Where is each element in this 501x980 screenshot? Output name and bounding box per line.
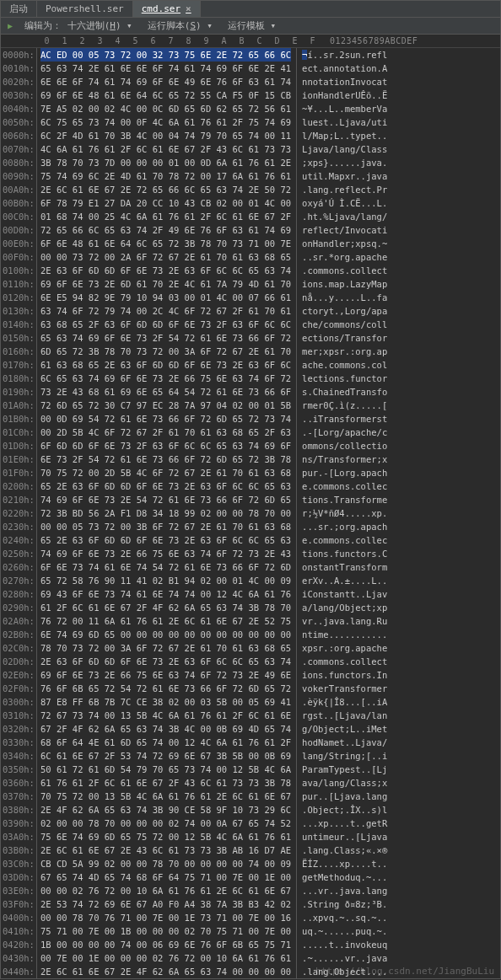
ascii-row[interactable]: a/lang/Object;xp: [302, 601, 387, 614]
ascii-row[interactable]: ~¥...L..memberVa: [302, 102, 387, 115]
hex-row[interactable]: 00 00 05 73 72 00 3B 6F 72 67 2E 61 70 6…: [40, 520, 291, 533]
hex-row[interactable]: 2E 6C 61 6E 67 2E 43 6C 61 73 73 3B AB 1…: [40, 843, 291, 857]
ascii-row[interactable]: ..sr.*org.apache: [302, 250, 387, 264]
ascii-row[interactable]: lections.functor: [302, 372, 387, 385]
hex-row[interactable]: 50 61 72 61 6D 54 79 70 65 73 74 00 12 5…: [40, 763, 291, 776]
ascii-row[interactable]: ;xps}......java.: [302, 156, 387, 169]
ascii-row[interactable]: untimeur..[Ljava: [302, 830, 387, 843]
hex-row[interactable]: 2E 63 6F 6D 6D 6F 6E 73 2E 63 6F 6C 6C 6…: [40, 264, 291, 277]
hex-row[interactable]: 65 2E 63 6F 6D 6D 6F 6E 73 2E 63 6F 6C 6…: [40, 533, 291, 547]
hex-row[interactable]: CB CD 5A 99 02 00 00 78 70 00 00 00 00 7…: [40, 857, 291, 870]
ascii-row[interactable]: iConstantt..Ljav: [302, 587, 387, 601]
hex-row[interactable]: 1B 00 00 00 00 74 00 06 69 6E 76 6F 6B 6…: [40, 938, 291, 951]
hex-row[interactable]: 6E 74 69 6D 65 00 00 00 00 00 00 00 00 0…: [40, 628, 291, 641]
hex-view[interactable]: 0000h:0010h:0020h:0030h:0040h:0050h:0060…: [1, 48, 500, 978]
ascii-row[interactable]: ntime...........: [302, 628, 387, 641]
ascii-row[interactable]: pur.-[Lorg.apach: [302, 466, 387, 479]
hex-row[interactable]: 65 2E 63 6F 6D 6D 6F 6E 73 2E 63 6F 6C 6…: [40, 479, 291, 493]
hex-row[interactable]: 2E 6C 61 6E 67 2E 72 65 66 6C 65 63 74 2…: [40, 183, 291, 196]
ascii-row[interactable]: .-[Lorg/apache/c: [302, 426, 387, 439]
hex-row[interactable]: 00 2D 5B 4C 6F 72 67 2F 61 70 61 63 68 6…: [40, 426, 291, 439]
hex-row[interactable]: 78 70 73 72 00 3A 6F 72 67 2E 61 70 61 6…: [40, 641, 291, 655]
hex-row[interactable]: 76 6F 6B 65 72 54 72 61 6E 73 66 6F 72 6…: [40, 682, 291, 695]
hex-bytes-column[interactable]: AC ED 00 05 73 72 00 32 73 75 6E 2E 72 6…: [37, 48, 291, 978]
hex-row[interactable]: 01 68 74 00 25 4C 6A 61 76 61 2F 6C 61 6…: [40, 210, 291, 223]
hex-row[interactable]: 00 0D 69 54 72 61 6E 73 66 6F 72 6D 65 7…: [40, 412, 291, 426]
ascii-row[interactable]: mer;xpsr.:org.ap: [302, 345, 387, 358]
hex-row[interactable]: 6D 65 72 3B 78 70 73 72 00 3A 6F 72 67 2…: [40, 345, 291, 358]
tab-cmd-ser[interactable]: cmd.ser ×: [133, 1, 201, 17]
ascii-row[interactable]: ctoryt.,Lorg/apa: [302, 304, 387, 318]
hex-row[interactable]: 6F 6D 6D 6F 6E 73 2F 63 6F 6C 6C 65 63 7…: [40, 439, 291, 453]
ascii-row[interactable]: .commons.collect: [302, 655, 387, 668]
hex-row[interactable]: 70 75 72 00 2D 5B 4C 6F 72 67 2E 61 70 6…: [40, 466, 291, 479]
ascii-row[interactable]: xpsr.:org.apache: [302, 641, 387, 655]
hex-row[interactable]: 67 65 74 4D 65 74 68 6F 64 75 71 00 7E 0…: [40, 870, 291, 884]
ascii-row[interactable]: lang/String;[..i: [302, 749, 387, 763]
hex-row[interactable]: 3B 78 70 73 7D 00 00 00 01 00 0D 6A 61 7…: [40, 156, 291, 169]
hex-row[interactable]: 69 6F 6E 73 2E 6D 61 70 2E 4C 61 7A 79 4…: [40, 277, 291, 291]
ascii-row[interactable]: s.ChainedTransfo: [302, 385, 387, 399]
hex-row[interactable]: 72 65 66 6C 65 63 74 2F 49 6E 76 6F 63 6…: [40, 223, 291, 237]
ascii-row[interactable]: .String ð¤8z;³B.: [302, 897, 387, 911]
hex-row[interactable]: 67 2F 4F 62 6A 65 63 74 3B 4C 00 0B 69 4…: [40, 722, 291, 736]
ascii-row[interactable]: .lang.Class;«.×®: [302, 843, 387, 857]
hex-row[interactable]: 7E A5 02 00 02 4C 00 0C 6D 65 6D 62 65 7…: [40, 102, 291, 115]
ascii-row[interactable]: ions.functors.In: [302, 668, 387, 682]
hex-row[interactable]: 74 69 6F 6E 73 2E 54 72 61 6E 73 66 6F 7…: [40, 493, 291, 506]
hex-row[interactable]: 6C 65 63 74 69 6F 6E 73 2E 66 75 6E 63 7…: [40, 372, 291, 385]
hex-row[interactable]: 61 76 61 2F 6C 61 6E 67 2F 43 6C 61 73 7…: [40, 776, 291, 790]
hex-row[interactable]: 65 63 74 69 6F 6E 73 2F 54 72 61 6E 73 6…: [40, 331, 291, 345]
ascii-row[interactable]: ns/Transformer;x: [302, 453, 387, 466]
ascii-row[interactable]: hodNamet..Ljava/: [302, 736, 387, 749]
hex-row[interactable]: 6C 75 65 73 74 00 0F 4C 6A 61 76 61 2F 7…: [40, 115, 291, 129]
ascii-row[interactable]: .....t..invokeuq: [302, 938, 387, 951]
hex-row[interactable]: 69 6F 6E 73 2E 66 75 6E 63 74 6F 72 73 2…: [40, 668, 291, 682]
ascii-row[interactable]: ionHandlerUÊõ..Ë: [302, 88, 387, 102]
hex-row[interactable]: 6C 61 6E 67 2F 53 74 72 69 6E 67 3B 5B 0…: [40, 749, 291, 763]
hex-row[interactable]: 6E E5 94 82 9E 79 10 94 03 00 01 4C 00 0…: [40, 291, 291, 304]
hex-row[interactable]: 69 6F 6E 48 61 6E 64 6C 65 72 55 CA F5 0…: [40, 88, 291, 102]
ascii-row[interactable]: .Object;.ÎX..s)l: [302, 803, 387, 817]
hex-row[interactable]: 00 7E 00 1E 00 00 00 02 76 72 00 10 6A 6…: [40, 951, 291, 965]
hex-row[interactable]: 63 74 6F 72 79 74 00 2C 4C 6F 72 67 2F 6…: [40, 304, 291, 318]
run-template-menu[interactable]: 运行模板 ▾: [221, 18, 283, 34]
run-script-menu[interactable]: 运行脚本(S) ▾: [141, 18, 219, 34]
hex-row[interactable]: AC ED 00 05 73 72 00 32 73 75 6E 2E 72 6…: [40, 48, 291, 62]
ascii-row[interactable]: e.commons.collec: [302, 533, 387, 547]
hex-row[interactable]: 00 00 78 70 76 71 00 7E 00 1E 73 71 00 7…: [40, 911, 291, 924]
ascii-row[interactable]: ava/lang/Class;x: [302, 776, 387, 790]
hex-row[interactable]: 61 63 68 65 2E 63 6F 6D 6D 6F 6E 73 2E 6…: [40, 358, 291, 372]
hex-row[interactable]: 2E 53 74 72 69 6E 67 A0 F0 A4 38 7A 3B B…: [40, 897, 291, 911]
ascii-row[interactable]: ections/Transfor: [302, 331, 387, 345]
hex-row[interactable]: 4C 6A 61 76 61 2F 6C 61 6E 67 2F 43 6C 6…: [40, 142, 291, 156]
ascii-row[interactable]: ..iTransformerst: [302, 412, 387, 426]
ascii-column[interactable]: ¬í..sr.2sun.reflect.annotation.Annotatio…: [296, 48, 387, 978]
ascii-row[interactable]: util.Mapxr..java: [302, 169, 387, 183]
hex-row[interactable]: 6C 2F 4D 61 70 3B 4C 00 04 74 79 70 65 7…: [40, 129, 291, 142]
ascii-row[interactable]: onHandler;xpsq.~: [302, 237, 387, 250]
ascii-row[interactable]: ¬í..sr.2sun.refl: [302, 48, 387, 62]
ascii-row[interactable]: .lang.reflect.Pr: [302, 183, 387, 196]
ascii-row[interactable]: uq.~......puq.~.: [302, 924, 387, 938]
hex-row[interactable]: 76 72 00 11 6A 61 76 61 2E 6C 61 6E 67 2…: [40, 614, 291, 628]
hex-row[interactable]: 75 74 69 6C 2E 4D 61 70 78 72 00 17 6A 6…: [40, 169, 291, 183]
ascii-row[interactable]: ...vr..java.lang: [302, 884, 387, 897]
hex-row[interactable]: 6F 6E 73 74 61 6E 74 54 72 61 6E 73 66 6…: [40, 560, 291, 574]
ascii-row[interactable]: tions.functors.C: [302, 547, 387, 560]
ascii-row[interactable]: .èÿk{|Î8...[..iA: [302, 695, 387, 709]
hex-row[interactable]: 69 43 6F 6E 73 74 61 6E 74 74 00 12 4C 6…: [40, 587, 291, 601]
ascii-row[interactable]: tions.Transforme: [302, 493, 387, 506]
hex-row[interactable]: 6E 73 2F 54 72 61 6E 73 66 6F 72 6D 65 7…: [40, 453, 291, 466]
hex-row[interactable]: 65 63 74 2E 61 6E 6E 6F 74 61 74 69 6F 6…: [40, 62, 291, 75]
ascii-row[interactable]: ..xpvq.~..sq.~..: [302, 911, 387, 924]
hex-row[interactable]: 2E 6C 61 6E 67 2E 4F 62 6A 65 63 74 00 0…: [40, 965, 291, 978]
ascii-row[interactable]: pur..[Ljava.lang: [302, 790, 387, 803]
ascii-row[interactable]: .lang.Object....: [302, 965, 387, 978]
ascii-row[interactable]: ions.map.LazyMap: [302, 277, 387, 291]
ascii-row[interactable]: .commons.collect: [302, 264, 387, 277]
ascii-row[interactable]: luest..Ljava/uti: [302, 115, 387, 129]
ascii-row[interactable]: reflect/Invocati: [302, 223, 387, 237]
ascii-row[interactable]: e.commons.collec: [302, 479, 387, 493]
ascii-row[interactable]: rgst..[Ljava/lan: [302, 709, 387, 722]
